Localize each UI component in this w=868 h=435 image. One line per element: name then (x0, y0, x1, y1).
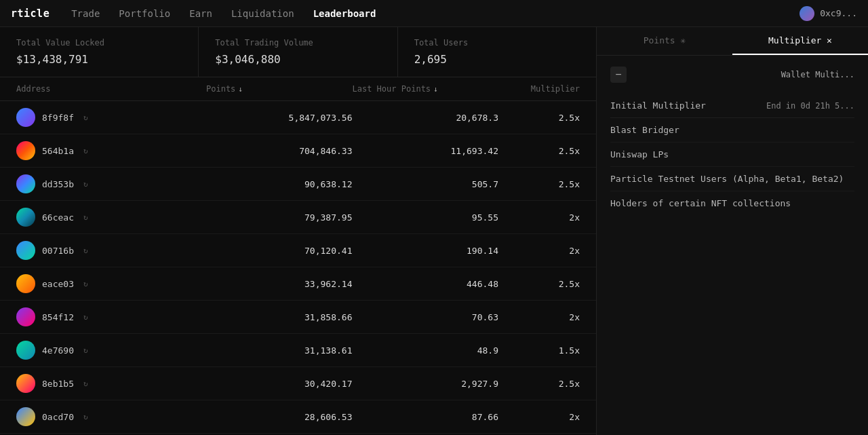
last-hour-value: 70.63 (353, 312, 499, 322)
address-cell: 0acd70 ↻ (16, 407, 206, 426)
avatar (16, 307, 35, 326)
points-value: 28,606.53 (206, 412, 353, 422)
nav-earn[interactable]: Earn (189, 5, 212, 22)
avatar (16, 141, 35, 160)
points-spin-icon: ✳ (680, 35, 686, 45)
stat-volume-value: $3,046,880 (215, 53, 380, 66)
avatar (16, 341, 35, 360)
col-last-hour-header[interactable]: Last Hour Points ↓ (353, 84, 499, 94)
address-text: 8f9f8f (42, 113, 74, 123)
refresh-icon[interactable]: ↻ (83, 113, 88, 122)
sort-points-icon: ↓ (238, 85, 243, 94)
address-text: 0acd70 (42, 412, 74, 422)
points-value: 33,962.14 (206, 279, 353, 289)
last-hour-value: 87.66 (353, 412, 499, 422)
table-row[interactable]: dd353b ↻ 90,638.12 505.7 2.5x (0, 168, 596, 201)
refresh-icon[interactable]: ↻ (83, 379, 88, 388)
multiplier-value: 1.5x (498, 345, 580, 356)
points-value: 30,420.17 (206, 379, 353, 389)
stat-volume: Total Trading Volume $3,046,880 (199, 27, 397, 77)
avatar (16, 208, 35, 227)
table-row[interactable]: 66ceac ↻ 79,387.95 95.55 2x (0, 201, 596, 234)
address-text: 00716b (42, 246, 74, 256)
multiplier-value: 2.5x (498, 279, 580, 289)
refresh-icon[interactable]: ↻ (83, 346, 88, 355)
points-value: 5,847,073.56 (206, 113, 353, 123)
table-body: 8f9f8f ↻ 5,847,073.56 20,678.3 2.5x 564b… (0, 101, 596, 435)
address-cell: 00716b ↻ (16, 241, 206, 260)
navbar: rticle Trade Portfolio Earn Liquidation … (0, 0, 868, 27)
avatar (16, 108, 35, 127)
table-row[interactable]: 4e7690 ↻ 31,138.61 48.9 1.5x (0, 334, 596, 367)
multiplier-value: 2.5x (498, 379, 580, 389)
initial-mult-label: Initial Multiplier (610, 100, 706, 111)
points-value: 704,846.33 (206, 146, 353, 156)
refresh-icon[interactable]: ↻ (83, 313, 88, 322)
multiplier-value: 2x (498, 312, 580, 322)
multiplier-value: 2x (498, 246, 580, 256)
last-hour-value: 20,678.3 (353, 113, 499, 123)
avatar (16, 241, 35, 260)
table-row[interactable]: 0acd70 ↻ 28,606.53 87.66 2x (0, 400, 596, 434)
address-cell: dd353b ↻ (16, 174, 206, 193)
nav-liquidation[interactable]: Liquidation (231, 5, 294, 22)
nav-right: 0xc9... (800, 6, 857, 21)
refresh-icon[interactable]: ↻ (83, 246, 88, 255)
multiplier-value: 2x (498, 412, 580, 422)
address-cell: 8f9f8f ↻ (16, 108, 206, 127)
address-cell: eace03 ↻ (16, 274, 206, 293)
address-text: eace03 (42, 279, 74, 289)
address-cell: 854f12 ↻ (16, 307, 206, 326)
mult-header: − Wallet Multi... (610, 67, 854, 83)
nav-links: Trade Portfolio Earn Liquidation Leaderb… (71, 5, 778, 22)
avatar (16, 174, 35, 193)
initial-mult-row: Initial Multiplier End in 0d 21h 5... (610, 94, 854, 118)
last-hour-value: 48.9 (353, 345, 499, 356)
table-row[interactable]: 8f9f8f ↻ 5,847,073.56 20,678.3 2.5x (0, 101, 596, 134)
col-points-header[interactable]: Points ↓ (206, 84, 353, 94)
multiplier-panel: − Wallet Multi... Initial Multiplier End… (597, 56, 868, 226)
wallet-address[interactable]: 0xc9... (820, 8, 857, 18)
multiplier-value: 2.5x (498, 113, 580, 123)
stat-users: Total Users 2,695 (398, 27, 596, 77)
table-row[interactable]: 854f12 ↻ 31,858.66 70.63 2x (0, 301, 596, 334)
stat-tvl-value: $13,438,791 (16, 53, 182, 66)
table-header: Address Points ↓ Last Hour Points ↓ Mult… (0, 77, 596, 101)
last-hour-value: 2,927.9 (353, 379, 499, 389)
left-panel: Total Value Locked $13,438,791 Total Tra… (0, 27, 597, 435)
table-row[interactable]: eace03 ↻ 33,962.14 446.48 2.5x (0, 267, 596, 301)
right-tabs: Points ✳ Multiplier ✕ (597, 27, 868, 56)
table-row[interactable]: 564b1a ↻ 704,846.33 11,693.42 2.5x (0, 134, 596, 168)
nav-portfolio[interactable]: Portfolio (119, 5, 170, 22)
refresh-icon[interactable]: ↻ (83, 280, 88, 288)
nav-avatar (800, 6, 814, 21)
tab-points[interactable]: Points ✳ (597, 27, 732, 55)
refresh-icon[interactable]: ↻ (83, 413, 88, 421)
multiplier-value: 2.5x (498, 146, 580, 156)
stat-tvl: Total Value Locked $13,438,791 (0, 27, 199, 77)
last-hour-value: 190.14 (353, 246, 499, 256)
categories-list: Blast BridgerUniswap LPsParticle Testnet… (610, 118, 854, 215)
stat-tvl-label: Total Value Locked (16, 38, 182, 48)
tab-multiplier[interactable]: Multiplier ✕ (732, 27, 868, 55)
nav-leaderboard[interactable]: Leaderboard (313, 5, 376, 22)
points-value: 31,138.61 (206, 345, 353, 356)
address-cell: 564b1a ↻ (16, 141, 206, 160)
nav-trade[interactable]: Trade (71, 5, 100, 22)
address-cell: 66ceac ↻ (16, 208, 206, 227)
table-row[interactable]: 8eb1b5 ↻ 30,420.17 2,927.9 2.5x (0, 367, 596, 400)
category-item: Blast Bridger (610, 118, 854, 143)
points-value: 31,858.66 (206, 312, 353, 322)
points-value: 70,120.41 (206, 246, 353, 256)
address-text: 564b1a (42, 146, 74, 156)
address-text: 66ceac (42, 212, 74, 223)
right-panel: Points ✳ Multiplier ✕ − Wallet Multi... … (597, 27, 868, 435)
refresh-icon[interactable]: ↻ (83, 147, 88, 155)
points-value: 90,638.12 (206, 179, 353, 189)
mult-minus-button[interactable]: − (610, 67, 627, 83)
table-row[interactable]: 00716b ↻ 70,120.41 190.14 2x (0, 234, 596, 267)
refresh-icon[interactable]: ↻ (83, 213, 88, 222)
stats-row: Total Value Locked $13,438,791 Total Tra… (0, 27, 596, 77)
refresh-icon[interactable]: ↻ (83, 180, 88, 189)
stat-users-label: Total Users (414, 38, 580, 48)
